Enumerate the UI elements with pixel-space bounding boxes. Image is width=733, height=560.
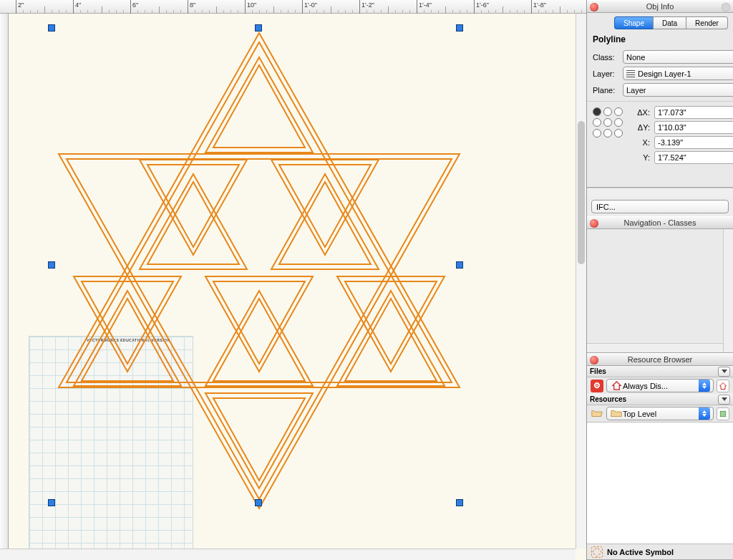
class-label: Class: [593,53,623,62]
close-icon[interactable] [590,219,598,228]
class-select[interactable]: None [623,50,733,64]
chevron-updown-icon [699,407,710,420]
selection-handle[interactable] [48,24,55,32]
resource-browser-title-bar[interactable]: Resource Browser [587,353,733,366]
x-label: X: [631,138,650,147]
files-select[interactable]: Always Dis... [606,379,714,392]
dy-input[interactable] [654,121,733,134]
tab-render[interactable]: Render [686,16,728,29]
navigation-scrollbar-h[interactable] [587,343,723,352]
plane-select[interactable]: Layer [623,83,733,97]
tab-shape[interactable]: Shape [614,16,653,29]
files-header: Files [587,366,733,377]
dy-label: ΔY: [631,123,650,132]
ifc-row: IFC... [587,197,733,216]
zoom-icon[interactable] [722,3,730,11]
y-input[interactable] [654,151,733,164]
object-type-label: Polyline [587,33,733,49]
close-icon[interactable] [590,3,598,11]
navigation-title: Navigation - Classes [624,218,696,227]
canvas-scrollbar-horizontal[interactable] [0,549,576,560]
ifc-button[interactable]: IFC... [591,200,729,213]
objinfo-body: Shape Data Render Polyline Class: None L… [587,13,733,188]
navigation-scrollbar-v[interactable] [723,229,733,352]
dx-label: ΔX: [631,108,650,117]
objinfo-tabs: Shape Data Render [587,13,733,33]
resources-header: Resources [587,394,733,405]
selection-handle[interactable] [456,499,463,506]
selection-handle[interactable] [456,24,463,32]
tab-data[interactable]: Data [653,16,686,29]
canvas-scrollbar-vertical[interactable] [576,14,586,549]
folder-open-icon [591,407,603,420]
dx-input[interactable] [654,106,733,119]
resources-select[interactable]: Top Level [606,407,714,420]
home-button[interactable] [717,380,729,392]
selection-handle[interactable] [255,24,262,32]
close-icon[interactable] [590,356,598,365]
resources-dropdown-button[interactable] [718,395,730,405]
plane-label: Plane: [593,86,623,95]
horizontal-ruler: 2"4"6"8"10"1'-0"1'-2"1'-4"1'-6"1'-8" [0,0,586,14]
objinfo-title: Obj Info [646,2,674,11]
folder-icon [610,407,623,420]
resource-browser-title: Resource Browser [628,355,692,364]
navigation-body [587,229,733,353]
y-label: Y: [631,153,650,162]
selection-handle[interactable] [255,499,262,506]
objinfo-scrollbar-h[interactable] [587,188,733,197]
vertical-ruler [0,14,9,560]
resource-list[interactable] [587,422,733,544]
home-icon [610,380,623,392]
navigation-content[interactable] [587,229,723,343]
layer-icon [626,70,635,77]
selection-handle[interactable] [48,499,55,506]
symbol-icon [591,546,603,558]
polyline-object-star[interactable] [41,24,477,518]
objinfo-title-bar[interactable]: Obj Info [587,0,733,13]
palettes-sidebar: Obj Info Shape Data Render Polyline Clas… [586,0,733,560]
resource-footer: No Active Symbol [587,544,733,559]
active-symbol-label: No Active Symbol [607,548,674,556]
x-input[interactable] [654,136,733,149]
chevron-updown-icon [699,380,710,392]
layer-label: Layer: [593,69,623,78]
selection-handle[interactable] [48,261,55,269]
svg-rect-0 [720,411,726,417]
app-file-icon: ⚙ [591,380,603,392]
files-dropdown-button[interactable] [718,367,730,377]
drawing-canvas-pane: 2"4"6"8"10"1'-0"1'-2"1'-4"1'-6"1'-8" VEC… [0,0,586,560]
navigation-title-bar[interactable]: Navigation - Classes [587,216,733,229]
resource-browser-body: Files ⚙ Always Dis... Resources [587,366,733,560]
selection-handle[interactable] [456,261,463,269]
anchor-point-grid[interactable] [593,106,624,164]
layer-select[interactable]: Design Layer-1 [623,67,733,80]
drawing-canvas[interactable]: VECTORWORKS EDUCATIONAL VERSION [9,14,586,560]
resource-new-button[interactable] [717,407,729,420]
